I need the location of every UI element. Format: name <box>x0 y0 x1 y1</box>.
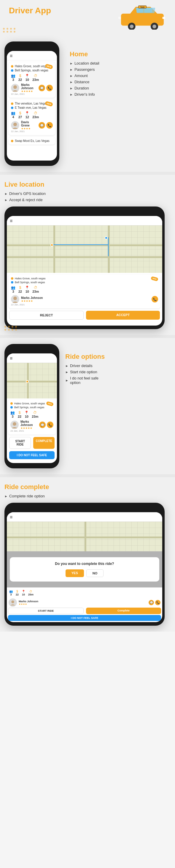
live-location-info: Live location ► Driver's GPS location ► … <box>4 181 171 202</box>
map-driver-avatar <box>11 295 19 303</box>
map-driver-name: Marks Johnson <box>21 296 150 300</box>
map-ride-date: 22 Jan, 2021 <box>11 303 158 306</box>
driver-actions-2: 💬 📞 <box>38 122 53 129</box>
hamburger-icon-3[interactable]: ≡ <box>10 356 12 361</box>
map-stat-a: $ 22 <box>19 286 22 293</box>
chevron-icon-1: ► <box>70 62 73 65</box>
ride-card-3: Swap Moot Es, Las Vegas <box>9 137 55 145</box>
map-driver-stars: ★★★★★ <box>21 300 150 303</box>
map-a-icon: $ <box>19 286 21 290</box>
route-line <box>53 244 108 245</box>
svg-rect-1 <box>137 8 143 12</box>
options-to: Bell Springs, south vegas <box>10 406 53 409</box>
options-stat-t: ⏱ 23m <box>32 411 38 418</box>
options-a-icon: $ <box>19 411 21 415</box>
chevron-icon-6: ► <box>70 93 73 96</box>
ride-options-screen: ≡ NEW Hales Grove, south vegas <box>7 353 57 463</box>
ride-stats-2: 👥 4 $ 27 📍 12 ⏱ 23m <box>11 111 53 119</box>
dialog-title: Do you want to complete this ride? <box>14 562 155 566</box>
map-pin-start <box>51 244 53 246</box>
home-section: ≡ NEW Hales Grove, south vegas Bell Spri… <box>0 36 175 172</box>
loc-dot-from-1 <box>11 65 13 67</box>
options-msg-btn[interactable]: 💬 <box>39 422 46 428</box>
complete-button[interactable]: COMPLETE <box>33 437 55 449</box>
stat-amount-1: $ 22 <box>19 74 22 82</box>
options-p-icon: 👥 <box>10 411 15 415</box>
live-location-phone-wrapper: ≡ NE <box>4 207 165 329</box>
home-phone: ≡ NEW Hales Grove, south vegas Bell Spri… <box>4 41 64 166</box>
message-btn-1[interactable]: 💬 <box>38 85 45 91</box>
feature-accept-reject: ► Accept & reject ride <box>4 197 171 202</box>
chevron-icon-7: ► <box>4 192 8 195</box>
svg-point-12 <box>13 123 17 126</box>
driver-row-1: Marks Johnson ★★★★★ 💬 📞 <box>11 83 53 93</box>
home-section-info: Home ► Location detail ► Passengers ► Am… <box>68 41 116 101</box>
ride-complete-section: Ride complete ► Complete ride option ≡ <box>0 477 175 631</box>
complete-ride-card: 👥 3 $ 22 📍 10 ⏱ 25m <box>8 589 161 607</box>
svg-rect-0 <box>121 13 164 26</box>
ride-to-1: Bell Springs, south vegas <box>11 69 53 72</box>
dots-decoration-1 <box>3 28 16 33</box>
chevron-icon-4: ► <box>70 80 73 84</box>
accept-button[interactable]: ACCEPT <box>86 311 160 320</box>
options-ride-date: 22 Jan, 2021 <box>10 430 53 432</box>
driver-avatar-2 <box>11 121 19 129</box>
options-call-btn[interactable]: 📞 <box>47 422 53 428</box>
dialog-no-button[interactable]: NO <box>86 569 104 577</box>
phone-notch-2 <box>73 210 96 214</box>
ride-to-2: E Twain eve, Las Vegas <box>11 106 53 109</box>
not-safe-button[interactable]: I DO NOT FEEL SAFE <box>9 451 55 459</box>
map-stat-t: ⏱ 23m <box>32 286 39 293</box>
driver-avatar-1 <box>11 84 19 92</box>
complete-stat-a: $ 22 <box>16 590 19 596</box>
screen-header-1: ≡ <box>7 51 57 60</box>
stat-duration-1: ⏱ 23m <box>32 74 39 82</box>
dots-decoration-2 <box>4 326 18 331</box>
ride-options-phone-wrapper: ≡ NEW Hales Grove, south vegas <box>4 344 59 468</box>
call-btn-1[interactable]: 📞 <box>46 85 53 91</box>
phone-notch-3 <box>20 347 44 352</box>
duration-icon-2: ⏱ <box>34 111 37 115</box>
call-btn-2[interactable]: 📞 <box>46 122 53 129</box>
duration-icon-1: ⏱ <box>34 74 37 78</box>
stat-passengers-1: 👥 3 <box>11 74 16 82</box>
complete-d-icon: 📍 <box>22 590 25 593</box>
distance-icon-1: 📍 <box>25 74 29 78</box>
ride-options-features: ► Driver details ► Start ride option ► I… <box>65 364 110 385</box>
options-stats: 👥 3 $ 22 📍 10 ⏱ 23m <box>10 411 53 418</box>
map-stats: 👥 3 $ 22 📍 10 ⏱ 23m <box>11 286 158 293</box>
live-location-phone: ≡ NE <box>4 207 165 329</box>
feature-start-ride: ► Start ride option <box>65 370 110 374</box>
chevron-icon-12: ► <box>4 494 8 498</box>
chevron-icon-3: ► <box>70 74 73 78</box>
complete-msg-btn[interactable]: 💬 <box>149 600 154 605</box>
hamburger-icon-4[interactable]: ≡ <box>10 515 12 520</box>
hamburger-icon-2[interactable]: ≡ <box>10 218 12 224</box>
loc-dot-to-2 <box>11 107 13 109</box>
complete-start-btn[interactable]: START RIDE <box>8 608 84 614</box>
ride-options-card: NEW Hales Grove, south vegas Bell Spring… <box>8 400 56 435</box>
ride-date-2: 22 Jan, 2021 <box>11 130 53 133</box>
ride-options-map <box>7 363 57 398</box>
options-stat-a: $ 22 <box>18 411 21 418</box>
map-d-icon: 📍 <box>25 286 29 290</box>
live-location-title: Live location <box>4 181 171 188</box>
options-loc-from <box>10 402 13 405</box>
complete-map <box>7 522 162 551</box>
screen-header-3: ≡ <box>7 353 57 363</box>
dialog-buttons: YES NO <box>14 569 155 577</box>
message-btn-2[interactable]: 💬 <box>38 122 45 129</box>
hamburger-icon[interactable]: ≡ <box>10 53 12 59</box>
dialog-yes-button[interactable]: YES <box>65 569 84 577</box>
ride-complete-phone: ≡ Do you want to complete this ride? YES… <box>4 503 165 626</box>
complete-btn[interactable]: Complete <box>86 608 161 614</box>
feature-drivers-info: ► Driver's Info <box>70 92 114 97</box>
complete-call-btn[interactable]: 📞 <box>155 600 161 605</box>
start-ride-button[interactable]: START RIDE <box>9 437 31 449</box>
map-pin-end <box>105 237 108 239</box>
reject-button[interactable]: REJECT <box>9 311 84 320</box>
driver-info-2: Davis Grene ★★★★ <box>21 121 37 130</box>
accept-reject-buttons: REJECT ACCEPT <box>9 311 160 320</box>
complete-unsafe-btn[interactable]: I DO NOT FEEL SAFE <box>8 615 161 621</box>
map-call-btn[interactable]: 📞 <box>152 296 158 303</box>
